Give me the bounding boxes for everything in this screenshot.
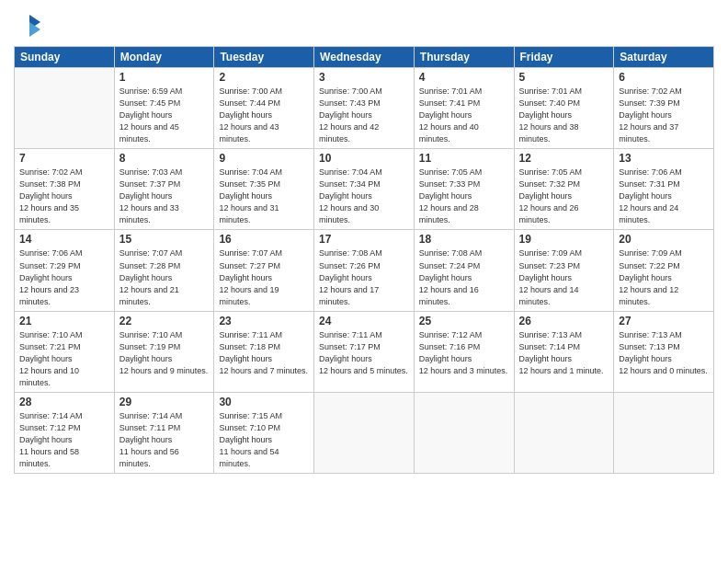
logo — [14, 13, 42, 39]
day-info: Sunrise: 7:07 AM Sunset: 7:28 PM Dayligh… — [119, 247, 210, 307]
main-container: SundayMondayTuesdayWednesdayThursdayFrid… — [0, 0, 728, 563]
calendar-cell: 7 Sunrise: 7:02 AM Sunset: 7:38 PM Dayli… — [15, 149, 115, 230]
day-info: Sunrise: 7:03 AM Sunset: 7:37 PM Dayligh… — [119, 167, 210, 226]
calendar-cell: 29 Sunrise: 7:14 AM Sunset: 7:11 PM Dayl… — [114, 392, 214, 473]
day-info: Sunrise: 7:00 AM Sunset: 7:43 PM Dayligh… — [319, 86, 409, 145]
logo-text — [14, 13, 42, 39]
calendar-cell — [414, 392, 514, 473]
day-number: 8 — [119, 152, 210, 165]
day-info: Sunrise: 7:02 AM Sunset: 7:38 PM Dayligh… — [19, 167, 109, 226]
weekday-header-saturday: Saturday — [614, 47, 714, 68]
day-number: 23 — [219, 315, 309, 327]
weekday-header-row: SundayMondayTuesdayWednesdayThursdayFrid… — [15, 47, 714, 68]
day-number: 1 — [119, 71, 210, 84]
day-number: 5 — [519, 71, 609, 84]
calendar-cell: 10 Sunrise: 7:04 AM Sunset: 7:34 PM Dayl… — [314, 149, 415, 230]
week-row-2: 7 Sunrise: 7:02 AM Sunset: 7:38 PM Dayli… — [15, 149, 714, 230]
calendar-cell: 8 Sunrise: 7:03 AM Sunset: 7:37 PM Dayli… — [114, 149, 214, 230]
day-info: Sunrise: 7:08 AM Sunset: 7:24 PM Dayligh… — [419, 247, 509, 307]
calendar-cell: 5 Sunrise: 7:01 AM Sunset: 7:40 PM Dayli… — [514, 68, 614, 149]
day-number: 10 — [319, 152, 409, 165]
logo-flag-icon — [17, 13, 42, 39]
day-info: Sunrise: 7:07 AM Sunset: 7:27 PM Dayligh… — [219, 247, 309, 307]
day-info: Sunrise: 7:02 AM Sunset: 7:39 PM Dayligh… — [619, 86, 709, 145]
day-number: 2 — [219, 71, 309, 84]
day-info: Sunrise: 7:00 AM Sunset: 7:44 PM Dayligh… — [219, 86, 309, 145]
day-number: 6 — [619, 71, 709, 84]
day-info: Sunrise: 7:05 AM Sunset: 7:32 PM Dayligh… — [519, 167, 609, 226]
calendar-cell — [614, 392, 714, 473]
day-info: Sunrise: 7:15 AM Sunset: 7:10 PM Dayligh… — [219, 410, 309, 470]
day-info: Sunrise: 7:06 AM Sunset: 7:29 PM Dayligh… — [19, 247, 109, 307]
week-row-5: 28 Sunrise: 7:14 AM Sunset: 7:12 PM Dayl… — [15, 392, 714, 473]
calendar-cell: 14 Sunrise: 7:06 AM Sunset: 7:29 PM Dayl… — [15, 230, 115, 311]
calendar-cell: 24 Sunrise: 7:11 AM Sunset: 7:17 PM Dayl… — [314, 311, 415, 392]
calendar-cell: 21 Sunrise: 7:10 AM Sunset: 7:21 PM Dayl… — [15, 311, 115, 392]
calendar-cell: 18 Sunrise: 7:08 AM Sunset: 7:24 PM Dayl… — [414, 230, 514, 311]
day-info: Sunrise: 7:11 AM Sunset: 7:17 PM Dayligh… — [319, 329, 409, 377]
calendar-cell: 6 Sunrise: 7:02 AM Sunset: 7:39 PM Dayli… — [614, 68, 714, 149]
calendar-cell: 28 Sunrise: 7:14 AM Sunset: 7:12 PM Dayl… — [15, 392, 115, 473]
calendar-cell: 1 Sunrise: 6:59 AM Sunset: 7:45 PM Dayli… — [114, 68, 214, 149]
calendar-cell — [514, 392, 614, 473]
day-number: 12 — [519, 152, 609, 165]
day-number: 25 — [419, 315, 509, 327]
calendar-cell: 27 Sunrise: 7:13 AM Sunset: 7:13 PM Dayl… — [614, 311, 714, 392]
day-number: 24 — [319, 315, 409, 327]
day-info: Sunrise: 6:59 AM Sunset: 7:45 PM Dayligh… — [119, 86, 210, 145]
day-number: 22 — [119, 315, 210, 327]
day-number: 3 — [319, 71, 409, 84]
day-number: 20 — [619, 233, 709, 246]
week-row-3: 14 Sunrise: 7:06 AM Sunset: 7:29 PM Dayl… — [15, 230, 714, 311]
day-number: 4 — [419, 71, 509, 84]
calendar-cell: 30 Sunrise: 7:15 AM Sunset: 7:10 PM Dayl… — [214, 392, 314, 473]
calendar-cell: 16 Sunrise: 7:07 AM Sunset: 7:27 PM Dayl… — [214, 230, 314, 311]
day-info: Sunrise: 7:09 AM Sunset: 7:23 PM Dayligh… — [519, 247, 609, 307]
weekday-header-thursday: Thursday — [414, 47, 514, 68]
day-number: 15 — [119, 233, 210, 246]
weekday-header-monday: Monday — [114, 47, 214, 68]
day-info: Sunrise: 7:13 AM Sunset: 7:13 PM Dayligh… — [619, 329, 709, 377]
day-number: 19 — [519, 233, 609, 246]
day-number: 9 — [219, 152, 309, 165]
day-number: 27 — [619, 315, 709, 327]
calendar-cell: 22 Sunrise: 7:10 AM Sunset: 7:19 PM Dayl… — [114, 311, 214, 392]
day-number: 30 — [219, 396, 309, 408]
calendar-table: SundayMondayTuesdayWednesdayThursdayFrid… — [14, 46, 714, 474]
day-number: 17 — [319, 233, 409, 246]
calendar-cell: 17 Sunrise: 7:08 AM Sunset: 7:26 PM Dayl… — [314, 230, 415, 311]
calendar-cell: 19 Sunrise: 7:09 AM Sunset: 7:23 PM Dayl… — [514, 230, 614, 311]
day-info: Sunrise: 7:13 AM Sunset: 7:14 PM Dayligh… — [519, 329, 609, 377]
day-number: 29 — [119, 396, 210, 408]
calendar-cell: 4 Sunrise: 7:01 AM Sunset: 7:41 PM Dayli… — [414, 68, 514, 149]
day-info: Sunrise: 7:12 AM Sunset: 7:16 PM Dayligh… — [419, 329, 509, 377]
calendar-cell: 23 Sunrise: 7:11 AM Sunset: 7:18 PM Dayl… — [214, 311, 314, 392]
day-info: Sunrise: 7:06 AM Sunset: 7:31 PM Dayligh… — [619, 167, 709, 226]
day-number: 21 — [19, 315, 109, 327]
day-info: Sunrise: 7:04 AM Sunset: 7:34 PM Dayligh… — [319, 167, 409, 226]
calendar-cell: 12 Sunrise: 7:05 AM Sunset: 7:32 PM Dayl… — [514, 149, 614, 230]
weekday-header-sunday: Sunday — [15, 47, 115, 68]
calendar-cell: 15 Sunrise: 7:07 AM Sunset: 7:28 PM Dayl… — [114, 230, 214, 311]
calendar-cell: 11 Sunrise: 7:05 AM Sunset: 7:33 PM Dayl… — [414, 149, 514, 230]
calendar-cell — [314, 392, 415, 473]
day-info: Sunrise: 7:11 AM Sunset: 7:18 PM Dayligh… — [219, 329, 309, 377]
day-info: Sunrise: 7:01 AM Sunset: 7:40 PM Dayligh… — [519, 86, 609, 145]
day-info: Sunrise: 7:10 AM Sunset: 7:21 PM Dayligh… — [19, 329, 109, 389]
week-row-1: 1 Sunrise: 6:59 AM Sunset: 7:45 PM Dayli… — [15, 68, 714, 149]
day-number: 14 — [19, 233, 109, 246]
calendar-cell: 3 Sunrise: 7:00 AM Sunset: 7:43 PM Dayli… — [314, 68, 415, 149]
day-number: 7 — [19, 152, 109, 165]
day-info: Sunrise: 7:14 AM Sunset: 7:12 PM Dayligh… — [19, 410, 109, 470]
day-info: Sunrise: 7:14 AM Sunset: 7:11 PM Dayligh… — [119, 410, 210, 470]
day-number: 11 — [419, 152, 509, 165]
day-number: 13 — [619, 152, 709, 165]
calendar-cell: 25 Sunrise: 7:12 AM Sunset: 7:16 PM Dayl… — [414, 311, 514, 392]
day-number: 16 — [219, 233, 309, 246]
day-info: Sunrise: 7:05 AM Sunset: 7:33 PM Dayligh… — [419, 167, 509, 226]
day-number: 26 — [519, 315, 609, 327]
day-info: Sunrise: 7:08 AM Sunset: 7:26 PM Dayligh… — [319, 247, 409, 307]
weekday-header-tuesday: Tuesday — [214, 47, 314, 68]
calendar-cell: 26 Sunrise: 7:13 AM Sunset: 7:14 PM Dayl… — [514, 311, 614, 392]
day-number: 28 — [19, 396, 109, 408]
